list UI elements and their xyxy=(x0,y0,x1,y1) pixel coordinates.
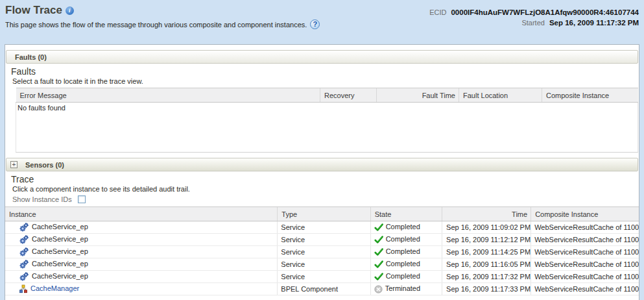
instance-label[interactable]: CacheManager xyxy=(30,284,79,292)
trace-table-row[interactable]: CacheService_epServiceCompletedSep 16, 2… xyxy=(5,221,639,234)
faults-empty-message: No faults found xyxy=(16,103,638,153)
page-subtitle: This page shows the flow of the message … xyxy=(5,21,307,29)
state-cell: Completed xyxy=(370,246,442,258)
faults-column-error-message: Error Message xyxy=(16,88,320,103)
faults-section-header[interactable]: Faults (0) xyxy=(6,50,638,64)
faults-column-fault-location: Fault Location xyxy=(459,88,542,103)
type-cell: Service xyxy=(278,246,370,258)
state-label: Terminated xyxy=(385,284,420,292)
trace-table-row[interactable]: CacheManagerBPEL ComponentTerminatedSep … xyxy=(5,283,639,295)
composite-instance-cell: WebServiceResultCache of 11008 xyxy=(531,283,639,295)
type-cell: Service xyxy=(278,221,370,234)
faults-section-header-label: Faults (0) xyxy=(15,53,47,61)
faults-table: Error Message Recovery Fault Time Fault … xyxy=(16,88,638,153)
instance-cell: CacheService_ep xyxy=(5,258,278,271)
header-meta: ECID 0000IF4huAuFW7WFLzjO8A1Afqw90000R4:… xyxy=(429,7,639,40)
type-cell: Service xyxy=(278,271,370,283)
service-icon xyxy=(19,247,29,257)
trace-table-row[interactable]: CacheService_epServiceCompletedSep 16, 2… xyxy=(5,271,639,283)
state-cell: Completed xyxy=(370,234,442,246)
composite-instance-cell: WebServiceResultCache of 11008 xyxy=(531,234,639,246)
page-title: Flow Trace xyxy=(5,4,62,17)
instance-cell: CacheService_ep xyxy=(5,221,278,234)
state-cell: Completed xyxy=(370,271,442,283)
composite-instance-cell: WebServiceResultCache of 11008 xyxy=(531,246,639,258)
instance-cell: CacheService_ep xyxy=(5,246,278,258)
faults-column-recovery: Recovery xyxy=(320,88,377,103)
trace-table: Instance Type State Time Composite Insta… xyxy=(5,206,639,295)
trace-instruction: Click a component instance to see its de… xyxy=(12,185,639,193)
sensors-section-header-label: Sensors (0) xyxy=(25,161,64,169)
service-icon xyxy=(19,271,29,282)
info-icon[interactable]: i xyxy=(66,6,74,15)
faults-column-composite-instance: Composite Instance xyxy=(542,88,638,103)
trace-column-state: State xyxy=(370,207,442,221)
time-cell: Sep 16, 2009 11:17:32 PM xyxy=(442,271,531,283)
page-header: Flow Trace i This page shows the flow of… xyxy=(0,0,644,40)
service-icon xyxy=(19,234,29,245)
instance-label: CacheService_ep xyxy=(32,223,88,231)
trace-table-row[interactable]: CacheService_epServiceCompletedSep 16, 2… xyxy=(5,246,639,258)
ecid-label: ECID xyxy=(429,7,446,18)
faults-instruction: Select a fault to locate it in the trace… xyxy=(12,77,639,85)
completed-icon xyxy=(374,272,383,281)
show-instance-ids-checkbox[interactable] xyxy=(78,195,86,203)
time-cell: Sep 16, 2009 11:16:05 PM xyxy=(442,258,531,271)
state-label: Completed xyxy=(386,272,420,280)
sensors-section-header[interactable]: + Sensors (0) xyxy=(6,158,638,171)
instance-cell: CacheService_ep xyxy=(5,234,278,246)
type-cell: BPEL Component xyxy=(278,283,370,295)
time-cell: Sep 16, 2009 11:12:12 PM xyxy=(442,234,531,246)
trace-table-header-row: Instance Type State Time Composite Insta… xyxy=(5,207,639,221)
state-cell: Terminated xyxy=(370,283,442,295)
trace-table-row[interactable]: CacheService_epServiceCompletedSep 16, 2… xyxy=(5,234,639,246)
trace-column-instance: Instance xyxy=(5,207,278,221)
type-cell: Service xyxy=(278,258,370,271)
time-cell: Sep 16, 2009 11:09:02 PM xyxy=(442,221,531,234)
faults-heading: Faults xyxy=(11,66,639,77)
started-label: Started xyxy=(521,18,544,28)
completed-icon xyxy=(374,235,383,244)
completed-icon xyxy=(374,247,383,256)
header-left: Flow Trace i This page shows the flow of… xyxy=(5,4,320,40)
started-value: Sep 16, 2009 11:17:32 PM xyxy=(549,18,639,28)
service-icon xyxy=(19,259,29,269)
instance-label: CacheService_ep xyxy=(32,235,88,243)
help-icon[interactable]: ? xyxy=(310,19,320,29)
state-label: Completed xyxy=(386,235,420,243)
composite-instance-cell: WebServiceResultCache of 11008 xyxy=(531,221,639,234)
completed-icon xyxy=(374,223,383,232)
terminated-icon xyxy=(374,285,383,294)
type-cell: Service xyxy=(278,234,370,246)
ecid-value: 0000IF4huAuFW7WFLzjO8A1Afqw90000R4:46107… xyxy=(451,7,639,18)
state-label: Completed xyxy=(386,247,420,255)
time-cell: Sep 16, 2009 11:17:33 PM xyxy=(442,283,531,295)
composite-instance-cell: WebServiceResultCache of 11008 xyxy=(531,258,639,271)
trace-table-row[interactable]: CacheService_epServiceCompletedSep 16, 2… xyxy=(5,258,639,271)
completed-icon xyxy=(374,260,383,269)
trace-heading: Trace xyxy=(11,174,639,184)
show-instance-ids-label: Show Instance IDs xyxy=(12,195,72,203)
trace-column-composite-instance: Composite Instance xyxy=(531,207,639,221)
trace-column-time: Time xyxy=(442,207,531,221)
instance-cell: CacheManager xyxy=(5,283,278,295)
instance-cell: CacheService_ep xyxy=(5,271,278,283)
state-cell: Completed xyxy=(370,221,442,234)
instance-label: CacheService_ep xyxy=(32,260,88,268)
expand-icon[interactable]: + xyxy=(10,161,18,168)
bpel-component-icon xyxy=(19,284,28,294)
instance-label: CacheService_ep xyxy=(32,272,88,280)
state-label: Completed xyxy=(386,223,420,231)
state-label: Completed xyxy=(386,260,420,268)
instance-label: CacheService_ep xyxy=(32,247,88,255)
content-panel: Faults (0) Faults Select a fault to loca… xyxy=(5,44,639,300)
faults-table-header-row: Error Message Recovery Fault Time Fault … xyxy=(16,88,638,103)
composite-instance-cell: WebServiceResultCache of 11008 xyxy=(531,271,639,283)
trace-column-type: Type xyxy=(278,207,370,221)
time-cell: Sep 16, 2009 11:14:25 PM xyxy=(442,246,531,258)
faults-column-fault-time: Fault Time xyxy=(377,88,459,103)
service-icon xyxy=(19,222,29,232)
state-cell: Completed xyxy=(370,258,442,271)
